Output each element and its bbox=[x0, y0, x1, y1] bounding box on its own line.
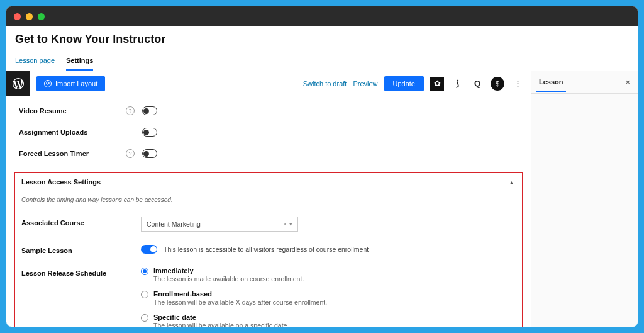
release-enrollment-option[interactable]: Enrollment-based The lesson will be avai… bbox=[141, 290, 516, 306]
collapse-caret-icon: ▴ bbox=[510, 179, 516, 186]
panel-title: Lesson Access Settings bbox=[21, 178, 101, 186]
video-resume-row: Video Resume ? bbox=[6, 100, 531, 121]
sample-lesson-toggle[interactable] bbox=[141, 245, 157, 254]
associated-course-label: Associated Course bbox=[21, 217, 141, 232]
sample-lesson-label: Sample Lesson bbox=[21, 244, 141, 254]
release-specific-title: Specific date bbox=[153, 313, 289, 321]
forced-timer-label: Forced Lesson Timer bbox=[19, 150, 126, 157]
assignment-uploads-row: Assignment Uploads bbox=[6, 121, 531, 143]
forced-timer-row: Forced Lesson Timer ? bbox=[6, 143, 531, 164]
yoast-icon[interactable]: ⟆ bbox=[450, 77, 464, 91]
release-enrollment-desc: The lesson will be available X days afte… bbox=[153, 298, 327, 306]
switch-to-draft-button[interactable]: Switch to draft bbox=[303, 80, 347, 87]
dollar-icon[interactable]: $ bbox=[491, 77, 504, 91]
dropdown-caret-icon: ▾ bbox=[289, 221, 292, 227]
panel-description: Controls the timing and way lessons can … bbox=[15, 191, 522, 210]
settings-gear-icon[interactable]: ✿ bbox=[430, 77, 444, 91]
sample-lesson-row: Sample Lesson This lesson is accessible … bbox=[15, 238, 522, 261]
close-window-button[interactable] bbox=[14, 13, 21, 20]
associated-course-row: Associated Course Content Marketing ×▾ bbox=[15, 210, 522, 238]
tab-lesson-page[interactable]: Lesson page bbox=[15, 54, 55, 71]
radio-selected-icon bbox=[141, 268, 148, 275]
window-titlebar bbox=[6, 6, 638, 26]
sidebar-tab-lesson[interactable]: Lesson bbox=[536, 73, 566, 92]
radio-unselected-icon bbox=[141, 314, 148, 322]
wordpress-icon bbox=[13, 78, 24, 89]
editor-main: ⟳ Import Layout Switch to draft Preview … bbox=[6, 71, 531, 327]
more-options-icon[interactable]: ⋮ bbox=[511, 77, 525, 91]
wordpress-logo-button[interactable] bbox=[6, 71, 30, 96]
panel-header[interactable]: Lesson Access Settings ▴ bbox=[15, 173, 522, 191]
import-icon: ⟳ bbox=[44, 80, 52, 87]
forced-timer-toggle[interactable] bbox=[142, 149, 157, 158]
release-immediately-title: Immediately bbox=[153, 267, 304, 274]
help-q-icon[interactable]: Q bbox=[470, 77, 484, 91]
app-window: Get to Know Your Instructor Lesson page … bbox=[6, 6, 638, 327]
release-enrollment-title: Enrollment-based bbox=[153, 290, 327, 298]
update-button[interactable]: Update bbox=[384, 76, 424, 91]
settings-body: Video Resume ? Assignment Uploads Forced… bbox=[6, 96, 531, 327]
release-immediately-option[interactable]: Immediately The lesson is made available… bbox=[141, 267, 516, 283]
associated-course-value: Content Marketing bbox=[147, 220, 201, 228]
maximize-window-button[interactable] bbox=[38, 13, 45, 20]
video-resume-label: Video Resume bbox=[19, 107, 126, 115]
sub-tabs: Lesson page Settings bbox=[6, 50, 638, 71]
release-immediately-desc: The lesson is made available on course e… bbox=[153, 275, 304, 283]
import-label: Import Layout bbox=[55, 80, 97, 87]
help-icon[interactable]: ? bbox=[126, 106, 135, 115]
sidebar-tabs: Lesson × bbox=[531, 71, 638, 94]
tab-settings[interactable]: Settings bbox=[66, 54, 93, 71]
help-icon[interactable]: ? bbox=[126, 149, 135, 158]
associated-course-select[interactable]: Content Marketing ×▾ bbox=[141, 217, 298, 232]
topbar-actions: Switch to draft Preview Update ✿ ⟆ Q $ ⋮ bbox=[303, 76, 531, 91]
preview-button[interactable]: Preview bbox=[353, 80, 377, 87]
lesson-access-highlight: Lesson Access Settings ▴ Controls the ti… bbox=[14, 172, 523, 327]
assignment-uploads-label: Assignment Uploads bbox=[19, 128, 126, 136]
release-schedule-row: Lesson Release Schedule Immediately The … bbox=[15, 261, 522, 327]
editor-area: ⟳ Import Layout Switch to draft Preview … bbox=[6, 71, 638, 327]
editor-sidebar: Lesson × bbox=[531, 71, 638, 327]
release-specific-desc: The lesson will be available on a specif… bbox=[153, 322, 289, 327]
release-specific-option[interactable]: Specific date The lesson will be availab… bbox=[141, 313, 516, 327]
assignment-uploads-toggle[interactable] bbox=[142, 128, 157, 137]
release-schedule-label: Lesson Release Schedule bbox=[21, 267, 141, 327]
minimize-window-button[interactable] bbox=[26, 13, 33, 20]
release-radio-group: Immediately The lesson is made available… bbox=[141, 267, 516, 327]
video-resume-toggle[interactable] bbox=[142, 106, 157, 115]
lesson-access-panel: Lesson Access Settings ▴ Controls the ti… bbox=[14, 172, 523, 327]
import-layout-button[interactable]: ⟳ Import Layout bbox=[36, 76, 105, 91]
page-title: Get to Know Your Instructor bbox=[15, 33, 629, 46]
page-header: Get to Know Your Instructor bbox=[6, 26, 638, 50]
editor-topbar: ⟳ Import Layout Switch to draft Preview … bbox=[6, 71, 531, 96]
radio-unselected-icon bbox=[141, 291, 148, 298]
sidebar-close-icon[interactable]: × bbox=[623, 75, 633, 89]
clear-x-icon: × bbox=[284, 221, 287, 227]
sample-lesson-desc: This lesson is accessible to all visitor… bbox=[164, 246, 369, 253]
